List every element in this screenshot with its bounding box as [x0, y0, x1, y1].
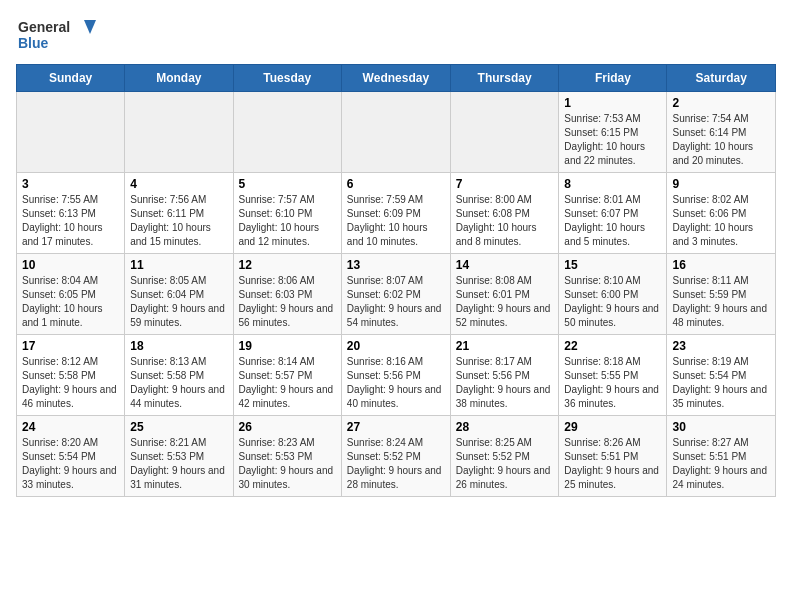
- calendar-cell: 18Sunrise: 8:13 AM Sunset: 5:58 PM Dayli…: [125, 335, 233, 416]
- calendar-table: SundayMondayTuesdayWednesdayThursdayFrid…: [16, 64, 776, 497]
- calendar-cell: 13Sunrise: 8:07 AM Sunset: 6:02 PM Dayli…: [341, 254, 450, 335]
- calendar-cell: 23Sunrise: 8:19 AM Sunset: 5:54 PM Dayli…: [667, 335, 776, 416]
- day-info: Sunrise: 8:23 AM Sunset: 5:53 PM Dayligh…: [239, 436, 336, 492]
- day-number: 12: [239, 258, 336, 272]
- day-number: 7: [456, 177, 554, 191]
- day-info: Sunrise: 8:17 AM Sunset: 5:56 PM Dayligh…: [456, 355, 554, 411]
- calendar-cell: [17, 92, 125, 173]
- calendar-cell: [450, 92, 559, 173]
- day-info: Sunrise: 8:00 AM Sunset: 6:08 PM Dayligh…: [456, 193, 554, 249]
- day-info: Sunrise: 8:05 AM Sunset: 6:04 PM Dayligh…: [130, 274, 227, 330]
- calendar-cell: 8Sunrise: 8:01 AM Sunset: 6:07 PM Daylig…: [559, 173, 667, 254]
- day-number: 8: [564, 177, 661, 191]
- calendar-cell: 14Sunrise: 8:08 AM Sunset: 6:01 PM Dayli…: [450, 254, 559, 335]
- day-number: 19: [239, 339, 336, 353]
- day-number: 5: [239, 177, 336, 191]
- calendar-cell: 22Sunrise: 8:18 AM Sunset: 5:55 PM Dayli…: [559, 335, 667, 416]
- calendar-cell: 30Sunrise: 8:27 AM Sunset: 5:51 PM Dayli…: [667, 416, 776, 497]
- weekday-header-friday: Friday: [559, 65, 667, 92]
- calendar-cell: 26Sunrise: 8:23 AM Sunset: 5:53 PM Dayli…: [233, 416, 341, 497]
- calendar-cell: [341, 92, 450, 173]
- svg-text:Blue: Blue: [18, 35, 49, 51]
- calendar-cell: 24Sunrise: 8:20 AM Sunset: 5:54 PM Dayli…: [17, 416, 125, 497]
- calendar-cell: 6Sunrise: 7:59 AM Sunset: 6:09 PM Daylig…: [341, 173, 450, 254]
- calendar-cell: 19Sunrise: 8:14 AM Sunset: 5:57 PM Dayli…: [233, 335, 341, 416]
- weekday-header-row: SundayMondayTuesdayWednesdayThursdayFrid…: [17, 65, 776, 92]
- day-number: 22: [564, 339, 661, 353]
- day-number: 25: [130, 420, 227, 434]
- day-info: Sunrise: 8:16 AM Sunset: 5:56 PM Dayligh…: [347, 355, 445, 411]
- calendar-week-0: 1Sunrise: 7:53 AM Sunset: 6:15 PM Daylig…: [17, 92, 776, 173]
- day-info: Sunrise: 7:53 AM Sunset: 6:15 PM Dayligh…: [564, 112, 661, 168]
- calendar-cell: 15Sunrise: 8:10 AM Sunset: 6:00 PM Dayli…: [559, 254, 667, 335]
- weekday-header-thursday: Thursday: [450, 65, 559, 92]
- day-info: Sunrise: 8:07 AM Sunset: 6:02 PM Dayligh…: [347, 274, 445, 330]
- day-info: Sunrise: 7:59 AM Sunset: 6:09 PM Dayligh…: [347, 193, 445, 249]
- day-info: Sunrise: 7:57 AM Sunset: 6:10 PM Dayligh…: [239, 193, 336, 249]
- day-number: 29: [564, 420, 661, 434]
- logo: General Blue: [16, 16, 96, 56]
- day-info: Sunrise: 8:10 AM Sunset: 6:00 PM Dayligh…: [564, 274, 661, 330]
- svg-marker-2: [84, 20, 96, 34]
- calendar-cell: [125, 92, 233, 173]
- day-info: Sunrise: 8:02 AM Sunset: 6:06 PM Dayligh…: [672, 193, 770, 249]
- day-number: 14: [456, 258, 554, 272]
- calendar-cell: 25Sunrise: 8:21 AM Sunset: 5:53 PM Dayli…: [125, 416, 233, 497]
- day-info: Sunrise: 8:27 AM Sunset: 5:51 PM Dayligh…: [672, 436, 770, 492]
- calendar-cell: 10Sunrise: 8:04 AM Sunset: 6:05 PM Dayli…: [17, 254, 125, 335]
- calendar-cell: 9Sunrise: 8:02 AM Sunset: 6:06 PM Daylig…: [667, 173, 776, 254]
- calendar-cell: 1Sunrise: 7:53 AM Sunset: 6:15 PM Daylig…: [559, 92, 667, 173]
- calendar-cell: [233, 92, 341, 173]
- calendar-cell: 16Sunrise: 8:11 AM Sunset: 5:59 PM Dayli…: [667, 254, 776, 335]
- day-info: Sunrise: 8:13 AM Sunset: 5:58 PM Dayligh…: [130, 355, 227, 411]
- calendar-week-4: 24Sunrise: 8:20 AM Sunset: 5:54 PM Dayli…: [17, 416, 776, 497]
- calendar-cell: 4Sunrise: 7:56 AM Sunset: 6:11 PM Daylig…: [125, 173, 233, 254]
- calendar-cell: 5Sunrise: 7:57 AM Sunset: 6:10 PM Daylig…: [233, 173, 341, 254]
- day-number: 26: [239, 420, 336, 434]
- day-number: 27: [347, 420, 445, 434]
- day-number: 11: [130, 258, 227, 272]
- calendar-week-2: 10Sunrise: 8:04 AM Sunset: 6:05 PM Dayli…: [17, 254, 776, 335]
- calendar-cell: 12Sunrise: 8:06 AM Sunset: 6:03 PM Dayli…: [233, 254, 341, 335]
- day-info: Sunrise: 8:06 AM Sunset: 6:03 PM Dayligh…: [239, 274, 336, 330]
- svg-text:General: General: [18, 19, 70, 35]
- day-info: Sunrise: 8:01 AM Sunset: 6:07 PM Dayligh…: [564, 193, 661, 249]
- calendar-cell: 3Sunrise: 7:55 AM Sunset: 6:13 PM Daylig…: [17, 173, 125, 254]
- weekday-header-saturday: Saturday: [667, 65, 776, 92]
- calendar-cell: 2Sunrise: 7:54 AM Sunset: 6:14 PM Daylig…: [667, 92, 776, 173]
- day-number: 15: [564, 258, 661, 272]
- logo-svg: General Blue: [16, 16, 96, 56]
- calendar-cell: 29Sunrise: 8:26 AM Sunset: 5:51 PM Dayli…: [559, 416, 667, 497]
- day-number: 13: [347, 258, 445, 272]
- day-info: Sunrise: 8:11 AM Sunset: 5:59 PM Dayligh…: [672, 274, 770, 330]
- calendar-cell: 11Sunrise: 8:05 AM Sunset: 6:04 PM Dayli…: [125, 254, 233, 335]
- day-info: Sunrise: 8:21 AM Sunset: 5:53 PM Dayligh…: [130, 436, 227, 492]
- calendar-cell: 20Sunrise: 8:16 AM Sunset: 5:56 PM Dayli…: [341, 335, 450, 416]
- day-number: 17: [22, 339, 119, 353]
- day-number: 24: [22, 420, 119, 434]
- day-number: 3: [22, 177, 119, 191]
- calendar-week-3: 17Sunrise: 8:12 AM Sunset: 5:58 PM Dayli…: [17, 335, 776, 416]
- day-number: 4: [130, 177, 227, 191]
- day-info: Sunrise: 8:26 AM Sunset: 5:51 PM Dayligh…: [564, 436, 661, 492]
- day-number: 30: [672, 420, 770, 434]
- day-number: 18: [130, 339, 227, 353]
- day-info: Sunrise: 7:56 AM Sunset: 6:11 PM Dayligh…: [130, 193, 227, 249]
- day-number: 1: [564, 96, 661, 110]
- calendar-cell: 17Sunrise: 8:12 AM Sunset: 5:58 PM Dayli…: [17, 335, 125, 416]
- calendar-week-1: 3Sunrise: 7:55 AM Sunset: 6:13 PM Daylig…: [17, 173, 776, 254]
- day-number: 9: [672, 177, 770, 191]
- day-info: Sunrise: 7:54 AM Sunset: 6:14 PM Dayligh…: [672, 112, 770, 168]
- weekday-header-sunday: Sunday: [17, 65, 125, 92]
- calendar-body: 1Sunrise: 7:53 AM Sunset: 6:15 PM Daylig…: [17, 92, 776, 497]
- day-number: 20: [347, 339, 445, 353]
- header: General Blue: [16, 16, 776, 56]
- day-info: Sunrise: 8:20 AM Sunset: 5:54 PM Dayligh…: [22, 436, 119, 492]
- day-number: 23: [672, 339, 770, 353]
- calendar-cell: 28Sunrise: 8:25 AM Sunset: 5:52 PM Dayli…: [450, 416, 559, 497]
- day-number: 10: [22, 258, 119, 272]
- day-info: Sunrise: 8:12 AM Sunset: 5:58 PM Dayligh…: [22, 355, 119, 411]
- day-number: 21: [456, 339, 554, 353]
- day-info: Sunrise: 8:08 AM Sunset: 6:01 PM Dayligh…: [456, 274, 554, 330]
- calendar-cell: 27Sunrise: 8:24 AM Sunset: 5:52 PM Dayli…: [341, 416, 450, 497]
